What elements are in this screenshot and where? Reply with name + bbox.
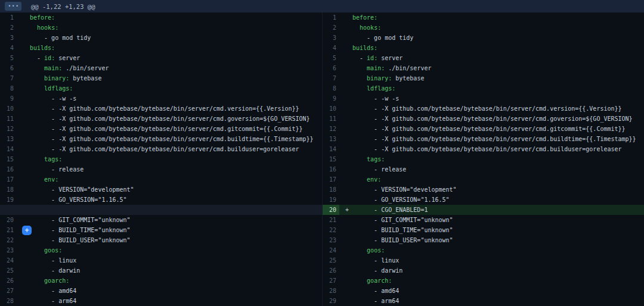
line-code: - -X github.com/bytebase/bytebase/bin/se… — [352, 104, 644, 114]
yaml-key-token: before: — [352, 14, 377, 21]
gutter-marker-cell: + — [17, 225, 30, 235]
line-number-new[interactable]: 10 — [323, 104, 339, 114]
line-number-old[interactable]: 25 — [0, 266, 17, 276]
expand-diff-button[interactable]: ••• — [5, 2, 21, 11]
line-number-old[interactable]: 22 — [0, 235, 17, 245]
line-number-old[interactable]: 4 — [0, 43, 17, 53]
line-number-new[interactable]: 9 — [323, 93, 339, 104]
line-number-old[interactable]: 28 — [0, 296, 17, 306]
line-number-old[interactable]: 18 — [0, 185, 17, 195]
line-number-new[interactable]: 26 — [323, 266, 339, 276]
diff-row-new: 11 - -X github.com/bytebase/bytebase/bin… — [323, 114, 644, 124]
line-number-old[interactable]: 13 — [0, 134, 17, 144]
code-text-token: - -X github.com/bytebase/bytebase/bin/se… — [352, 136, 636, 142]
diff-row-old: 9 - -w -s — [0, 93, 322, 104]
gutter-marker-cell — [339, 33, 352, 43]
diff-row-old: 8 ldflags: — [0, 83, 322, 93]
yaml-key-token: tags: — [367, 156, 385, 163]
diff-row-old: 3 - go mod tidy — [0, 33, 322, 43]
line-code: goos: — [30, 245, 322, 255]
line-number-new[interactable]: 4 — [323, 43, 339, 53]
line-number-new[interactable]: 11 — [323, 114, 339, 124]
line-number-old[interactable]: 8 — [0, 83, 17, 93]
line-number-old[interactable]: 20 — [0, 215, 17, 225]
line-number-old[interactable]: 21 — [0, 225, 17, 235]
line-number-new[interactable]: 24 — [323, 245, 339, 255]
diff-row-new: 21 - GIT_COMMIT="unknown" — [323, 215, 644, 225]
line-number-old[interactable]: 17 — [0, 174, 17, 185]
line-number-new[interactable]: 6 — [323, 63, 339, 73]
line-number-new[interactable]: 5 — [323, 53, 339, 63]
line-number-new[interactable]: 1 — [323, 13, 339, 23]
yaml-key-token: builds: — [352, 45, 377, 51]
line-number-new[interactable]: 27 — [323, 276, 339, 286]
line-number-new[interactable]: 29 — [323, 296, 339, 306]
line-number-new[interactable]: 14 — [323, 144, 339, 154]
diff-row-old: 6 main: ./bin/server — [0, 63, 322, 73]
line-number-new[interactable]: 19 — [323, 195, 339, 205]
line-number-old[interactable]: 9 — [0, 93, 17, 104]
line-number-new[interactable]: 23 — [323, 235, 339, 245]
code-text-token: - BUILD_TIME="unknown" — [352, 227, 453, 233]
diff-row-new: 8 ldflags: — [323, 83, 644, 93]
line-number-new[interactable]: 20 — [323, 205, 339, 215]
line-code: - amd64 — [352, 286, 644, 296]
line-number-new[interactable]: 12 — [323, 124, 339, 134]
line-number-old[interactable]: 2 — [0, 23, 17, 33]
line-code: - CGO_ENABLED=1 — [352, 205, 644, 215]
line-number-old[interactable]: 3 — [0, 33, 17, 43]
line-number-old[interactable]: 5 — [0, 53, 17, 63]
gutter-marker-cell — [17, 73, 30, 83]
line-number-new[interactable]: 15 — [323, 154, 339, 164]
line-number-new[interactable]: 22 — [323, 225, 339, 235]
line-number-new[interactable]: 2 — [323, 23, 339, 33]
line-number-new[interactable]: 8 — [323, 83, 339, 93]
line-number-old[interactable]: 7 — [0, 73, 17, 83]
yaml-key-token: main: — [367, 65, 385, 71]
code-text-token: - CGO_ENABLED=1 — [352, 207, 428, 213]
line-code: ldflags: — [30, 83, 322, 93]
line-number-new[interactable]: 7 — [323, 73, 339, 83]
line-number-new[interactable]: 28 — [323, 286, 339, 296]
line-code: - GIT_COMMIT="unknown" — [352, 215, 644, 225]
code-text-token: - go mod tidy — [30, 35, 91, 41]
line-number-old[interactable]: 24 — [0, 255, 17, 266]
line-number-old[interactable]: 26 — [0, 276, 17, 286]
line-code: binary: bytebase — [352, 73, 644, 83]
code-text-token: - -X github.com/bytebase/bytebase/bin/se… — [30, 136, 314, 142]
line-number-new[interactable]: 16 — [323, 164, 339, 174]
line-number-old[interactable]: 23 — [0, 245, 17, 255]
gutter-marker-cell — [17, 93, 30, 104]
line-number-new[interactable]: 21 — [323, 215, 339, 225]
line-number-new[interactable]: 3 — [323, 33, 339, 43]
line-number-old[interactable]: 27 — [0, 286, 17, 296]
line-code: - darwin — [352, 266, 644, 276]
line-code: before: — [30, 13, 322, 23]
line-number-old[interactable]: 11 — [0, 114, 17, 124]
line-number-old[interactable]: 10 — [0, 104, 17, 114]
line-code: env: — [30, 174, 322, 185]
line-number-old[interactable]: 15 — [0, 154, 17, 164]
gutter-marker-cell — [339, 134, 352, 144]
diff-row-new: 15 tags: — [323, 154, 644, 164]
code-text-token: - darwin — [352, 267, 402, 274]
line-number-old[interactable]: 14 — [0, 144, 17, 154]
line-code: - -X github.com/bytebase/bytebase/bin/se… — [352, 144, 644, 154]
line-code: - GIT_COMMIT="unknown" — [30, 215, 322, 225]
line-number-old[interactable]: 1 — [0, 13, 17, 23]
gutter-marker-cell — [17, 63, 30, 73]
line-number-new[interactable]: 25 — [323, 255, 339, 266]
gutter-marker-cell — [339, 195, 352, 205]
gutter-marker-cell — [339, 185, 352, 195]
line-number-new[interactable]: 17 — [323, 174, 339, 185]
yaml-key-token: tags: — [44, 156, 62, 163]
line-number-old[interactable]: 6 — [0, 63, 17, 73]
gutter-marker-cell — [17, 104, 30, 114]
line-number-new[interactable]: 18 — [323, 185, 339, 195]
gutter-marker-cell — [17, 53, 30, 63]
gutter-marker-cell — [339, 144, 352, 154]
line-number-old[interactable]: 16 — [0, 164, 17, 174]
line-number-old[interactable]: 19 — [0, 195, 17, 205]
line-number-new[interactable]: 13 — [323, 134, 339, 144]
line-number-old[interactable]: 12 — [0, 124, 17, 134]
